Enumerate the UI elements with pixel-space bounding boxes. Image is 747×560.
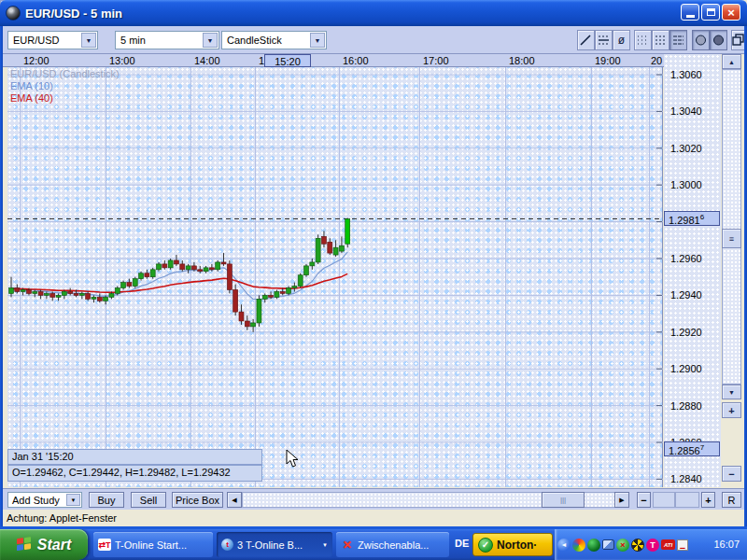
grid-style-medium-icon (655, 34, 667, 47)
interval-dropdown[interactable]: 5 min ▼ (115, 31, 219, 49)
shade-light-icon (695, 34, 707, 47)
pinwheel-icon[interactable] (572, 539, 585, 552)
current-price-badge: 1.29816 (664, 211, 720, 226)
chevron-down-icon[interactable]: ▼ (322, 542, 328, 548)
buy-button[interactable]: Buy (89, 492, 124, 508)
chevron-down-icon[interactable]: ▼ (310, 33, 325, 48)
t-online-dialer-icon[interactable]: T (646, 539, 659, 552)
time-tick-label: 14:00 (194, 55, 220, 66)
trendline-icon (580, 34, 592, 47)
shade-dark-icon (712, 34, 725, 47)
ati-icon[interactable]: ATI (661, 539, 675, 550)
price-tick-label: 1.2940 (670, 289, 702, 301)
chart-toolbar: EUR/USD ▼ 5 min ▼ CandleStick ▼ ø (3, 26, 744, 54)
reset-button[interactable]: R (722, 492, 741, 508)
grid-style-dense-icon (672, 34, 684, 47)
task-label: Zwischenabla... (358, 539, 429, 551)
close-icon: × (727, 7, 735, 19)
horizontal-zoom-out-button[interactable]: − (637, 492, 651, 508)
start-button[interactable]: Start (0, 529, 88, 560)
time-tick-label: 13:00 (109, 55, 135, 66)
grid-style-medium-tool-button[interactable] (652, 30, 669, 50)
scroll-right-button[interactable]: ▶ (614, 492, 629, 508)
taskbar-task-3[interactable]: ✕Zwischenabla... (336, 532, 449, 557)
offline-user-icon[interactable]: × (616, 539, 629, 552)
vertical-zoom-in-button[interactable]: + (722, 402, 741, 418)
scroll-down-button[interactable]: ▼ (722, 385, 741, 399)
t-online-arrows-icon: ⇄T (98, 539, 111, 551)
legend-series-label: EUR/USD (Candlestick) (10, 68, 120, 80)
clipboard-viewer-icon[interactable]: ▁ (677, 539, 688, 551)
shade-dark-tool-button[interactable] (710, 30, 727, 50)
vertical-scrollbar-track[interactable] (722, 69, 741, 385)
price-box-date: Jan 31 '15:20 (7, 449, 262, 465)
taskbar-task-1[interactable]: ⇄TT-Online Start... (93, 532, 213, 557)
clear-studies-tool-button[interactable]: ø (613, 30, 630, 50)
candlestick-chart (7, 67, 663, 487)
price-tick-label: 1.3060 (670, 69, 702, 80)
horizontal-zoom-track[interactable] (653, 492, 675, 508)
restore-icon (707, 8, 715, 16)
price-tick-label: 1.3020 (670, 143, 702, 154)
system-tray: ◄×TATI▁16:07 (555, 529, 747, 560)
horizontal-lines-tool-button[interactable] (595, 30, 613, 50)
time-axis: 15:20 12:0013:0014:0015:0016:0017:0018:0… (3, 54, 664, 67)
scroll-up-button[interactable]: ▲ (722, 54, 741, 69)
time-tick-label: 12:00 (23, 55, 49, 66)
world-wheel-icon[interactable] (631, 539, 644, 552)
vertical-zoom-out-button[interactable]: − (722, 466, 741, 482)
shade-light-tool-button[interactable] (692, 30, 710, 50)
legend-ema10-label: EMA (10) (10, 80, 120, 92)
app-icon (6, 6, 21, 21)
ema40-line (11, 273, 347, 292)
time-tick-label: 20 (651, 55, 662, 66)
window-title: EUR/USD - 5 min (25, 7, 122, 21)
grid-style-sparse-tool-button[interactable] (634, 30, 652, 50)
network-computers-icon[interactable] (602, 539, 614, 550)
time-tick-label: 19:00 (595, 55, 621, 66)
chevron-down-icon[interactable]: ▼ (203, 33, 218, 48)
chevron-down-icon[interactable]: ▼ (66, 494, 80, 506)
globe-browser-icon: t (221, 539, 233, 551)
clipboard-red-icon: ✕ (341, 539, 354, 551)
task-label: 3 T-Online B... (237, 539, 303, 551)
price-axis: 1.29816 1.28567 1.30601.30401.30201.3000… (664, 54, 721, 487)
chevron-down-icon[interactable]: ▼ (81, 33, 96, 48)
price-tick-label: 1.3000 (670, 179, 702, 190)
session-quote-badge: 1.28567 (664, 441, 720, 456)
grid-style-dense-tool-button[interactable] (669, 30, 687, 50)
minimize-button[interactable] (681, 4, 699, 21)
scroll-left-button[interactable]: ◀ (227, 492, 242, 508)
restore-button[interactable] (701, 4, 720, 21)
taskbar: Start ⇄TT-Online Start...t3 T-Online B..… (0, 529, 747, 560)
add-study-dropdown[interactable]: Add Study ▼ (7, 492, 82, 508)
symbol-dropdown[interactable]: EUR/USD ▼ (7, 31, 98, 49)
horizontal-zoom-in-button[interactable]: + (701, 492, 715, 508)
language-indicator[interactable]: DE (455, 538, 469, 549)
sell-button[interactable]: Sell (131, 492, 166, 508)
minimize-icon (686, 15, 695, 18)
norton-badge[interactable]: ✓ Norton· (472, 533, 553, 556)
titlebar[interactable]: EUR/USD - 5 min × (0, 0, 747, 26)
norton-check-icon: ✓ (478, 538, 493, 553)
cascade-windows-tool-button[interactable] (731, 30, 745, 50)
price-box-button[interactable]: Price Box (172, 492, 223, 508)
horizontal-lines-icon (598, 34, 610, 47)
horizontal-zoom-track[interactable] (675, 492, 699, 508)
mouse-cursor (286, 449, 299, 469)
chart-type-dropdown[interactable]: CandleStick ▼ (221, 31, 327, 49)
chart-legend: EUR/USD (Candlestick) EMA (10) EMA (40) (10, 68, 120, 105)
desktop: EUR/USD - 5 min × EUR/USD ▼ 5 min ▼ Cand… (0, 0, 747, 560)
horizontal-scrollbar-thumb[interactable]: ||| (542, 492, 585, 508)
hide-icons-chevron[interactable]: ◄ (557, 539, 571, 552)
taskbar-task-2[interactable]: t3 T-Online B...▼ (217, 532, 332, 557)
price-box-ohlc: O=1.29462, C=1.29442, H=1.29482, L=1.294… (7, 465, 262, 482)
globe-earth-icon[interactable] (587, 539, 600, 552)
bottom-toolbar: Add Study ▼ Buy Sell Price Box ◀ ||| ▶ −… (3, 488, 744, 510)
taskbar-clock: 16:07 (713, 539, 740, 550)
trendline-tool-button[interactable] (577, 30, 595, 50)
price-tick-label: 1.2900 (670, 363, 702, 374)
chart-plot-area[interactable]: EUR/USD (Candlestick) EMA (10) EMA (40) … (7, 67, 663, 487)
vertical-scrollbar-thumb[interactable]: ≡ (722, 229, 741, 248)
close-button[interactable]: × (722, 4, 740, 21)
